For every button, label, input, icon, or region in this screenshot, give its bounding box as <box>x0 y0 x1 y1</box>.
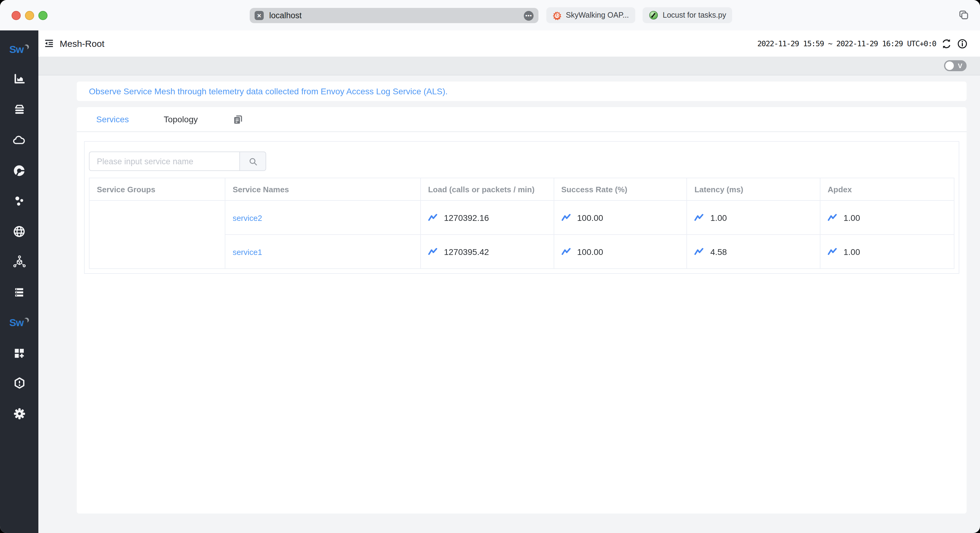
trend-chart-icon[interactable] <box>694 247 705 255</box>
apdex-value: 1.00 <box>843 213 860 222</box>
browser-tab-locust[interactable]: Locust for tasks.py <box>643 7 732 23</box>
tab-bar: Services Topology <box>77 107 967 132</box>
info-icon[interactable] <box>957 38 968 49</box>
success-rate-value: 100.00 <box>577 213 603 222</box>
logo-crescent-icon <box>24 44 29 49</box>
service-search-input[interactable] <box>89 152 239 171</box>
copy-window-icon[interactable] <box>958 9 969 23</box>
server-list-icon <box>13 286 25 298</box>
mesh-panel: Services Topology <box>77 107 967 514</box>
address-bar[interactable]: ✕ localhost ••• <box>250 8 538 23</box>
alert-hexagon-icon <box>13 377 26 390</box>
tab-services[interactable]: Services <box>96 114 129 124</box>
sidebar-item-skywalking-active[interactable]: Sw <box>12 315 27 330</box>
sidebar-item-service-mesh[interactable] <box>12 254 27 269</box>
menu-fold-icon[interactable] <box>44 38 54 49</box>
sidebar-item-cloud[interactable] <box>12 133 27 147</box>
browser-tab-label: SkyWalking OAP... <box>566 11 629 19</box>
banner-text: Observe Service Mesh through telemetry d… <box>89 86 448 96</box>
timezone-label: UTC+0:0 <box>907 39 936 48</box>
column-service-names: Service Names <box>225 178 420 200</box>
table-header-row: Service Groups Service Names Load (calls… <box>89 178 954 200</box>
trend-chart-icon[interactable] <box>694 214 705 222</box>
latency-value: 4.58 <box>710 247 727 257</box>
bar-chart-icon <box>13 72 26 86</box>
browser-tab-skywalking[interactable]: SkyWalking OAP... <box>546 7 635 23</box>
service-group-cell <box>89 200 225 269</box>
version-toggle[interactable]: V <box>944 60 967 71</box>
services-card: Service Groups Service Names Load (calls… <box>84 141 959 274</box>
sidebar: Sw <box>0 30 38 533</box>
sidebar-item-settings[interactable] <box>12 406 27 421</box>
sidebar-item-new-dashboard[interactable] <box>12 346 27 360</box>
info-banner: Observe Service Mesh through telemetry d… <box>77 81 967 101</box>
locust-icon <box>649 10 659 20</box>
sidebar-item-bubbles[interactable] <box>12 194 27 208</box>
page-header: Mesh-Root 2022-11-29 15:59 ~ 2022-11-29 … <box>38 30 980 57</box>
column-success-rate: Success Rate (%) <box>554 178 687 200</box>
apdex-value: 1.00 <box>843 247 860 257</box>
clear-url-icon[interactable]: ✕ <box>255 11 264 20</box>
services-table: Service Groups Service Names Load (calls… <box>89 178 955 269</box>
sidebar-item-infrastructure[interactable] <box>12 285 27 299</box>
toggle-knob <box>945 62 954 70</box>
close-window-button[interactable] <box>11 11 21 20</box>
column-latency: Latency (ms) <box>687 178 820 200</box>
sidebar-item-general-service[interactable] <box>12 72 27 86</box>
toggle-label: V <box>958 62 963 69</box>
minimize-window-button[interactable] <box>25 11 34 20</box>
browser-window: ✕ localhost ••• SkyWalking OAP... <box>0 0 980 533</box>
sidebar-item-database[interactable] <box>12 102 27 117</box>
donut-chart-icon <box>13 164 25 177</box>
refresh-icon[interactable] <box>941 38 952 49</box>
trend-chart-icon[interactable] <box>828 214 838 222</box>
logo-crescent-icon <box>24 317 29 323</box>
more-options-icon[interactable]: ••• <box>524 11 533 21</box>
zoom-window-button[interactable] <box>38 11 48 20</box>
content-area: Observe Service Mesh through telemetry d… <box>38 75 980 533</box>
load-value: 1270395.42 <box>444 247 489 257</box>
service-link[interactable]: service1 <box>233 247 262 257</box>
browser-chrome: ✕ localhost ••• SkyWalking OAP... <box>0 0 980 30</box>
trend-chart-icon[interactable] <box>561 214 572 222</box>
gear-icon <box>13 407 26 420</box>
dashboard-toolbar: V <box>38 57 980 75</box>
url-text[interactable]: localhost <box>269 11 524 20</box>
grid-plus-icon <box>13 346 25 359</box>
service-search <box>89 152 955 171</box>
database-icon <box>13 103 26 116</box>
trend-chart-icon[interactable] <box>561 247 572 255</box>
column-load: Load (calls or packets / min) <box>420 178 554 200</box>
globe-icon <box>12 224 26 238</box>
trend-chart-icon[interactable] <box>428 247 439 255</box>
search-icon <box>248 157 257 166</box>
sidebar-item-browser[interactable] <box>12 224 27 238</box>
window-controls <box>11 11 48 20</box>
column-apdex: Apdex <box>820 178 954 200</box>
latency-value: 1.00 <box>710 213 727 222</box>
column-service-groups: Service Groups <box>89 178 225 200</box>
load-value: 1270392.16 <box>444 213 489 222</box>
browser-tab-label: Locust for tasks.py <box>663 11 726 19</box>
sidebar-item-alerting[interactable] <box>12 376 27 390</box>
mesh-cube-icon <box>13 255 26 268</box>
search-button[interactable] <box>239 152 266 171</box>
sidebar-item-profile[interactable] <box>12 163 27 178</box>
table-row: service2 1270392.16 100.00 1.00 1.00 <box>89 200 954 235</box>
service-link[interactable]: service2 <box>233 213 262 222</box>
skywalking-flame-icon <box>552 11 562 20</box>
trend-chart-icon[interactable] <box>828 247 838 255</box>
success-rate-value: 100.00 <box>577 247 603 257</box>
tab-topology[interactable]: Topology <box>164 114 198 124</box>
time-range[interactable]: 2022-11-29 15:59 ~ 2022-11-29 16:29 <box>757 39 903 48</box>
skywalking-logo: Sw <box>12 42 27 57</box>
page-title: Mesh-Root <box>60 38 757 49</box>
copy-document-icon[interactable] <box>232 114 243 124</box>
bubbles-icon <box>13 194 25 207</box>
trend-chart-icon[interactable] <box>428 214 439 222</box>
cloud-icon <box>12 133 26 147</box>
